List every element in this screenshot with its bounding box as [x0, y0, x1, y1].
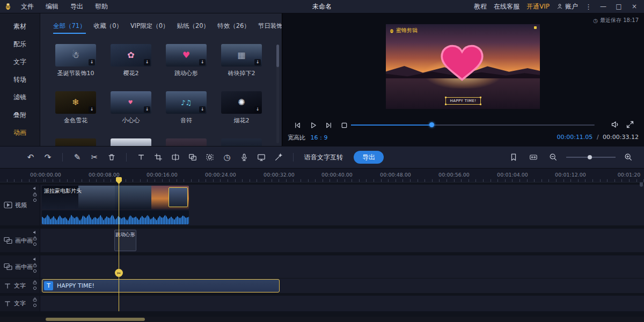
hscrollbar-thumb[interactable]	[46, 318, 145, 321]
resize-handle[interactable]	[445, 104, 447, 105]
asset-thumbnail[interactable]	[166, 138, 207, 146]
playback-slider[interactable]	[351, 125, 595, 126]
asset-thumbnail[interactable]	[111, 138, 151, 146]
resize-handle[interactable]	[480, 97, 481, 98]
export-button[interactable]: 导出	[354, 151, 384, 164]
timeline-vscrollbar[interactable]	[640, 171, 643, 313]
asset-thumbnail[interactable]: ✿↓	[111, 44, 151, 67]
undo-icon[interactable]: ↶	[24, 150, 38, 164]
split-scissors-icon[interactable]: ✂	[87, 150, 101, 164]
aspect-ratio-label[interactable]: 宽高比	[288, 134, 305, 141]
track-hide-icon[interactable]	[33, 269, 37, 273]
redo-icon[interactable]: ↷	[41, 150, 55, 164]
pip-lane-2[interactable]	[40, 255, 644, 278]
zoom-out-icon[interactable]	[546, 150, 560, 164]
tab-effects[interactable]: 特效（26）	[217, 22, 250, 34]
download-icon[interactable]: ↓	[89, 59, 95, 65]
playhead[interactable]	[119, 177, 119, 311]
asset-thumbnail[interactable]: ♥↓	[111, 91, 151, 114]
asset-thumbnail[interactable]: ☃↓	[55, 44, 96, 67]
menu-edit[interactable]: 编辑	[40, 0, 64, 13]
asset-card[interactable]: ♥↓ 小心心	[111, 91, 151, 125]
download-icon[interactable]: ↓	[144, 106, 150, 113]
resize-handle[interactable]	[480, 104, 481, 105]
fit-timeline-icon[interactable]	[526, 150, 540, 164]
asset-card[interactable]: ✺↓ 烟花2	[221, 91, 262, 125]
track-volume-icon[interactable]	[33, 257, 37, 261]
tab-holiday[interactable]: 节日装饰（27）	[258, 22, 282, 34]
preview-canvas[interactable]: 蜜蜂剪辑 HAPPY TIME!	[386, 24, 540, 109]
tab-all[interactable]: 全部（71）	[53, 22, 86, 34]
asset-card[interactable]	[221, 138, 262, 146]
resize-handle[interactable]	[445, 97, 447, 98]
timeline-zoom-slider[interactable]	[566, 157, 616, 158]
asset-thumbnail[interactable]	[221, 138, 262, 146]
track-hide-icon[interactable]	[33, 198, 37, 202]
playback-slider-handle[interactable]	[429, 122, 434, 127]
asset-card[interactable]: ☃↓ 圣诞节装饰10	[55, 44, 96, 77]
sidebar-item-overlay[interactable]: 叠附	[0, 106, 40, 124]
asset-thumbnail[interactable]: ♥↓	[166, 44, 207, 67]
tab-vip-only[interactable]: VIP限定（0）	[130, 22, 169, 34]
download-icon[interactable]: ↓	[199, 59, 206, 65]
sidebar-item-text[interactable]: 文字	[0, 53, 40, 71]
split-clip-icon[interactable]	[169, 150, 182, 164]
menu-export[interactable]: 导出	[64, 0, 89, 13]
asset-thumbnail[interactable]	[55, 138, 96, 146]
sidebar-item-transition[interactable]: 转场	[0, 71, 40, 89]
edit-icon[interactable]: ✎	[70, 150, 84, 164]
magic-wand-icon[interactable]	[272, 150, 286, 164]
asset-thumbnail[interactable]: ♪♫↓	[166, 91, 207, 114]
aspect-ratio-value[interactable]: 16：9	[311, 134, 328, 141]
asset-card[interactable]	[166, 138, 207, 146]
track-lock-icon[interactable]	[33, 263, 37, 267]
video-clip[interactable]: 派拉蒙电影片头	[42, 186, 189, 224]
microphone-icon[interactable]	[237, 150, 251, 164]
previous-frame-icon[interactable]	[291, 120, 304, 130]
download-icon[interactable]: ↓	[89, 106, 95, 113]
next-frame-icon[interactable]	[322, 120, 335, 130]
crop-icon[interactable]	[151, 150, 165, 164]
zoom-in-icon[interactable]	[621, 150, 635, 164]
close-icon[interactable]: ×	[630, 0, 639, 13]
delete-icon[interactable]	[105, 150, 119, 164]
text-clip-selected[interactable]: T HAPPY TIME!	[42, 279, 280, 292]
more-menu-icon[interactable]: ⋮	[585, 3, 592, 11]
track-volume-icon[interactable]	[33, 186, 37, 191]
heart-overlay[interactable]	[437, 43, 487, 82]
tab-favorites[interactable]: 收藏（0）	[94, 22, 122, 34]
handle-dot[interactable]	[534, 26, 537, 29]
menu-help[interactable]: 帮助	[89, 0, 114, 13]
asset-card[interactable]: ▦↓ 砖块掉下2	[221, 44, 262, 77]
sidebar-item-animation[interactable]: 动画	[0, 124, 40, 142]
menu-file[interactable]: 文件	[15, 0, 40, 13]
stop-icon[interactable]	[338, 120, 350, 130]
asset-thumbnail[interactable]: ❄↓	[55, 91, 96, 114]
volume-icon[interactable]	[611, 120, 619, 129]
asset-thumbnail[interactable]: ▦↓	[221, 44, 262, 67]
asset-thumbnail[interactable]: ✺↓	[221, 91, 262, 114]
asset-card[interactable]	[55, 138, 96, 146]
duration-icon[interactable]: ◷	[220, 150, 234, 164]
record-screen-icon[interactable]	[254, 150, 268, 164]
marker-icon[interactable]	[507, 150, 521, 164]
fullscreen-icon[interactable]	[626, 120, 634, 129]
asset-card[interactable]	[111, 138, 151, 146]
timeline-ruler[interactable]: 00:00:00.00 00:00:08.00 00:00:16.00 00:0…	[0, 169, 644, 182]
vip-button[interactable]: 开通VIP	[526, 2, 550, 11]
text-lane-1[interactable]: T HAPPY TIME!	[40, 279, 644, 293]
track-hide-icon[interactable]	[33, 303, 37, 308]
sidebar-item-music[interactable]: 配乐	[0, 35, 40, 53]
download-icon[interactable]: ↓	[199, 106, 206, 113]
download-icon[interactable]: ↓	[254, 106, 261, 113]
track-hide-icon[interactable]	[33, 286, 37, 290]
sidebar-item-filter[interactable]: 滤镜	[0, 89, 40, 106]
asset-card[interactable]: ♪♫↓ 音符	[166, 91, 207, 125]
maximize-icon[interactable]: □	[614, 0, 623, 13]
text-tool-icon[interactable]	[134, 150, 148, 164]
support-link[interactable]: 在线客服	[494, 2, 519, 11]
track-lock-icon[interactable]	[33, 192, 37, 196]
library-scrollbar[interactable]	[276, 45, 279, 143]
pip-lane-1[interactable]: 跳动心形	[40, 229, 644, 252]
asset-card[interactable]: ✿↓ 樱花2	[111, 44, 151, 77]
